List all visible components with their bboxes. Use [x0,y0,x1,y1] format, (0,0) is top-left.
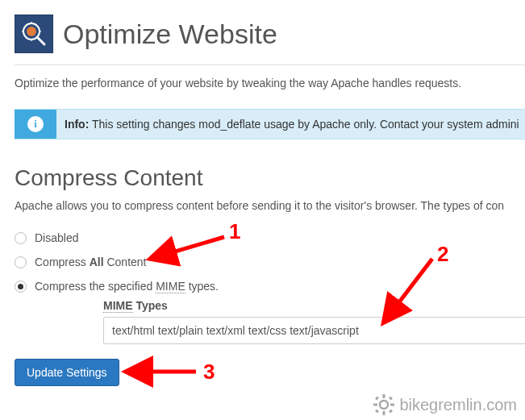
optimize-icon [15,15,53,53]
update-settings-button[interactable]: Update Settings [15,359,119,386]
radio-compress-mime[interactable]: Compress the specified MIME types. [15,280,525,293]
gear-icon [373,394,394,415]
page-title: Optimize Website [63,19,277,50]
info-text: Info: This setting changes mod_deflate u… [56,110,523,139]
annotation-number-1: 1 [229,219,240,244]
section-title: Compress Content [15,165,525,191]
svg-rect-12 [383,394,385,398]
watermark-text: bikegremlin.com [399,396,517,414]
info-label: Info: [65,118,89,131]
info-body: This setting changes mod_deflate usage b… [89,118,519,131]
info-box: i Info: This setting changes mod_deflate… [15,109,525,139]
svg-point-1 [27,27,36,36]
svg-rect-17 [389,397,393,401]
svg-rect-16 [375,397,379,401]
radio-label-disabled: Disabled [35,231,78,244]
mime-field-row: MIME Types [103,299,525,344]
info-icon: i [27,116,44,132]
svg-rect-14 [373,404,377,406]
mime-field-label: MIME Types [103,299,525,312]
mime-types-input[interactable] [103,317,525,344]
svg-rect-15 [390,404,394,406]
radio-label-all: Compress All Content [35,256,147,268]
divider [15,64,525,65]
page-header: Optimize Website [15,15,525,53]
radio-circle-selected [15,281,27,293]
radio-label-mime: Compress the specified MIME types. [35,280,219,293]
svg-rect-13 [383,411,385,415]
annotation-number-2: 2 [437,242,448,267]
watermark: bikegremlin.com [373,394,517,415]
radio-circle [15,256,27,268]
svg-line-6 [37,37,44,44]
intro-text: Optimize the performance of your website… [15,77,525,89]
section-desc: Apache allows you to compress content be… [15,199,525,212]
svg-rect-18 [375,410,379,414]
info-icon-wrap: i [15,110,56,139]
svg-point-11 [380,401,388,409]
svg-rect-19 [389,410,393,414]
annotation-number-3: 3 [203,360,215,385]
radio-circle [15,232,27,244]
